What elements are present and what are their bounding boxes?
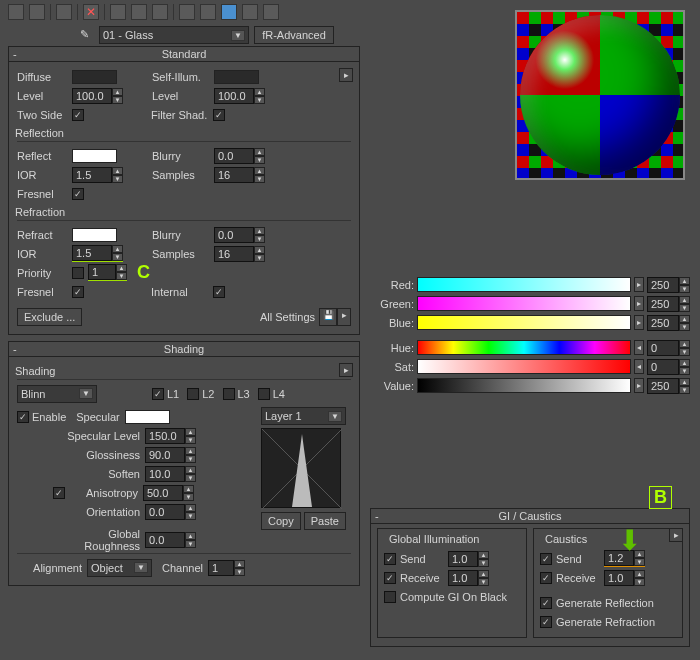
tool-icon[interactable] — [179, 4, 195, 20]
value-label: Value: — [370, 380, 414, 392]
hue-label: Hue: — [370, 342, 414, 354]
blue-spinner[interactable]: 250▲▼ — [647, 315, 690, 331]
l2-checkbox[interactable] — [187, 388, 199, 400]
slider-handle[interactable]: ▸ — [634, 296, 644, 311]
collapse-icon[interactable]: - — [13, 48, 17, 60]
shading-model-combo[interactable]: Blinn▼ — [17, 385, 97, 403]
exclude-button[interactable]: Exclude ... — [17, 308, 82, 326]
panel-header[interactable]: -Standard — [9, 47, 359, 62]
chevron-down-icon[interactable]: ▼ — [231, 30, 245, 41]
tool-icon[interactable] — [200, 4, 216, 20]
twoside-checkbox[interactable] — [72, 109, 84, 121]
copy-button[interactable]: Copy — [261, 512, 301, 530]
value-spinner[interactable]: 250▲▼ — [647, 378, 690, 394]
slider-handle[interactable]: ◂ — [634, 359, 644, 374]
expand-icon[interactable]: ▸ — [339, 68, 353, 82]
priority-checkbox[interactable] — [72, 267, 84, 279]
slider-handle[interactable]: ▸ — [634, 277, 644, 292]
tool-icon[interactable] — [263, 4, 279, 20]
reflect-samples-spinner[interactable]: 16▲▼ — [214, 167, 265, 183]
hue-spinner[interactable]: 0▲▼ — [647, 340, 690, 356]
green-slider[interactable] — [417, 296, 631, 311]
refract-ior-spinner[interactable]: 1.5▲▼ — [72, 246, 123, 262]
gi-send-spinner[interactable]: 1.0▲▼ — [448, 551, 489, 567]
anisotropy-checkbox[interactable] — [53, 487, 65, 499]
hue-slider[interactable] — [417, 340, 631, 355]
tool-icon[interactable] — [242, 4, 258, 20]
l1-checkbox[interactable] — [152, 388, 164, 400]
save-icon[interactable]: 💾 — [319, 308, 337, 326]
chevron-down-icon[interactable]: ▼ — [134, 562, 148, 573]
expand-icon[interactable]: ▸ — [337, 308, 351, 326]
refract-fresnel-checkbox[interactable] — [72, 286, 84, 298]
gi-receive-checkbox[interactable] — [384, 572, 396, 584]
glossiness-spinner[interactable]: 90.0▲▼ — [145, 447, 196, 463]
gi-send-checkbox[interactable] — [384, 553, 396, 565]
diffuse-level-spinner[interactable]: 100.0▲▼ — [72, 88, 123, 104]
caustics-receive-checkbox[interactable] — [540, 572, 552, 584]
delete-icon[interactable]: ✕ — [83, 4, 99, 20]
l3-checkbox[interactable] — [223, 388, 235, 400]
caustics-send-checkbox[interactable] — [540, 553, 552, 565]
soften-spinner[interactable]: 10.0▲▼ — [145, 466, 196, 482]
alignment-combo[interactable]: Object▼ — [87, 559, 152, 577]
gi-receive-spinner[interactable]: 1.0▲▼ — [448, 570, 489, 586]
reflect-fresnel-checkbox[interactable] — [72, 188, 84, 200]
compute-gi-checkbox[interactable] — [384, 591, 396, 603]
global-roughness-spinner[interactable]: 0.0▲▼ — [145, 532, 196, 548]
red-slider[interactable] — [417, 277, 631, 292]
material-type-button[interactable]: fR-Advanced — [254, 26, 334, 44]
material-name-combo[interactable]: 01 - Glass▼ — [99, 26, 249, 44]
reflect-swatch[interactable] — [72, 149, 117, 163]
panel-header[interactable]: -GI / Caustics — [371, 509, 689, 524]
tool-icon[interactable] — [131, 4, 147, 20]
diffuse-swatch[interactable] — [72, 70, 117, 84]
slider-handle[interactable]: ▸ — [634, 315, 644, 330]
caustics-receive-spinner[interactable]: 1.0▲▼ — [604, 570, 645, 586]
slider-handle[interactable]: ◂ — [634, 340, 644, 355]
sat-spinner[interactable]: 0▲▼ — [647, 359, 690, 375]
refract-blurry-spinner[interactable]: 0.0▲▼ — [214, 227, 265, 243]
eyedropper-icon[interactable]: ✎ — [80, 28, 94, 42]
reflect-blurry-spinner[interactable]: 0.0▲▼ — [214, 148, 265, 164]
tool-icon[interactable] — [221, 4, 237, 20]
color-picker: Red:▸250▲▼ Green:▸250▲▼ Blue:▸250▲▼ Hue:… — [370, 275, 690, 395]
reflect-ior-spinner[interactable]: 1.5▲▼ — [72, 167, 123, 183]
tool-icon[interactable] — [29, 4, 45, 20]
l4-checkbox[interactable] — [258, 388, 270, 400]
generate-reflection-checkbox[interactable] — [540, 597, 552, 609]
specular-swatch[interactable] — [125, 410, 170, 424]
refract-swatch[interactable] — [72, 228, 117, 242]
selfillum-swatch[interactable] — [214, 70, 259, 84]
chevron-down-icon[interactable]: ▼ — [328, 411, 342, 422]
paste-button[interactable]: Paste — [304, 512, 346, 530]
layer-combo[interactable]: Layer 1▼ — [261, 407, 346, 425]
tool-icon[interactable] — [56, 4, 72, 20]
selfillum-level-spinner[interactable]: 100.0▲▼ — [214, 88, 265, 104]
filtershad-checkbox[interactable] — [213, 109, 225, 121]
chevron-down-icon[interactable]: ▼ — [79, 388, 93, 399]
priority-spinner[interactable]: 1▲▼ — [88, 265, 127, 281]
panel-header[interactable]: -Shading — [9, 342, 359, 357]
collapse-icon[interactable]: - — [13, 343, 17, 355]
refract-samples-spinner[interactable]: 16▲▼ — [214, 246, 265, 262]
green-spinner[interactable]: 250▲▼ — [647, 296, 690, 312]
red-spinner[interactable]: 250▲▼ — [647, 277, 690, 293]
tool-icon[interactable] — [8, 4, 24, 20]
channel-spinner[interactable]: 1▲▼ — [208, 560, 245, 576]
orientation-spinner[interactable]: 0.0▲▼ — [145, 504, 196, 520]
specular-level-spinner[interactable]: 150.0▲▼ — [145, 428, 196, 444]
enable-checkbox[interactable] — [17, 411, 29, 423]
value-slider[interactable] — [417, 378, 631, 393]
blue-slider[interactable] — [417, 315, 631, 330]
sat-slider[interactable] — [417, 359, 631, 374]
tool-icon[interactable] — [152, 4, 168, 20]
expand-icon[interactable]: ▸ — [339, 363, 353, 377]
slider-handle[interactable]: ▸ — [634, 378, 644, 393]
tool-icon[interactable] — [110, 4, 126, 20]
collapse-icon[interactable]: - — [375, 510, 379, 522]
anisotropy-spinner[interactable]: 50.0▲▼ — [143, 485, 194, 501]
expand-icon[interactable]: ▸ — [669, 528, 683, 542]
generate-refraction-checkbox[interactable] — [540, 616, 552, 628]
internal-checkbox[interactable] — [213, 286, 225, 298]
